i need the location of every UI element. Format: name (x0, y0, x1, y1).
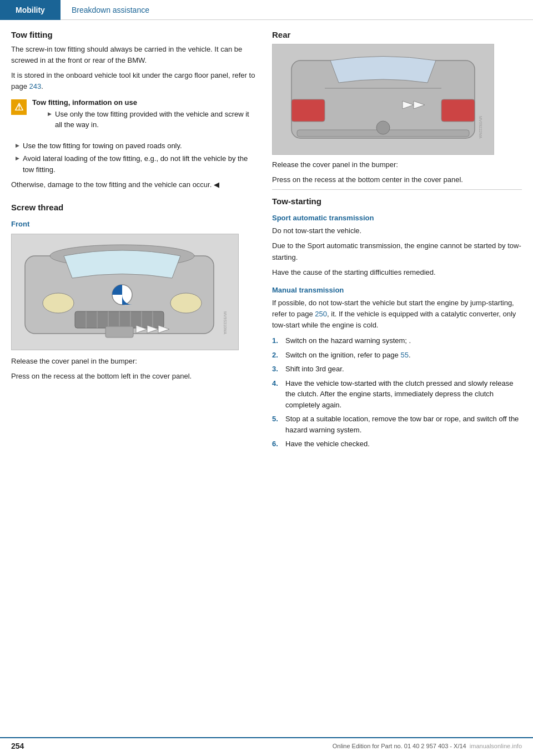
rear-title: Rear (272, 30, 522, 39)
divider-1 (272, 189, 522, 190)
warning-title: Tow fitting, information on use (32, 98, 255, 107)
svg-rect-13 (105, 326, 133, 337)
sport-auto-subtitle: Sport automatic transmission (272, 214, 522, 222)
front-caption-2: Press on the recess at the bottom left i… (11, 371, 255, 382)
warning-box: ⚠ Tow fitting, information on use Use on… (11, 98, 255, 135)
breakdown-label: Breakdown assistance (72, 6, 149, 14)
step-3: 3. Shift into 3rd gear. (272, 364, 522, 375)
screw-thread-title: Screw thread (11, 203, 255, 212)
warning-bullet-1: Use only the tow fitting provided with t… (32, 109, 255, 130)
footer-info: Online Edition for Part no. 01 40 2 957 … (333, 743, 522, 749)
page-footer: 254 Online Edition for Part no. 01 40 2 … (0, 737, 533, 750)
manual-p1: If possible, do not tow-start the vehicl… (272, 298, 522, 331)
rear-caption-1: Release the cover panel in the bumper: (272, 159, 522, 170)
rear-car-image: MV09222MA (272, 44, 494, 155)
manual-steps-list: 1. Switch on the hazard warning system; … (272, 335, 522, 450)
link-55[interactable]: 55 (400, 351, 408, 359)
warning-icon: ⚠ (11, 99, 27, 115)
main-content: Tow fitting The screw-in tow fitting sho… (0, 20, 533, 476)
warning-bullet-list: Use only the tow fitting provided with t… (32, 109, 255, 130)
bullet-item-2: Avoid lateral loading of the tow fitting… (11, 153, 255, 175)
step-2: 2. Switch on the ignition, refer to page… (272, 350, 522, 361)
svg-point-23 (376, 121, 390, 134)
sport-p2: Due to the Sport automatic transmission,… (272, 240, 522, 263)
tow-fitting-p1: The screw-in tow fitting should always b… (11, 44, 255, 66)
step-4: 4. Have the vehicle tow-started with the… (272, 378, 522, 411)
bullet-item-1: Use the tow fitting for towing on paved … (11, 140, 255, 152)
front-car-svg: MV9S310MA (19, 239, 230, 345)
svg-rect-21 (441, 99, 475, 122)
svg-text:MV9S310MA: MV9S310MA (223, 311, 227, 335)
rear-car-svg: MV09222MA (280, 49, 486, 149)
tow-fitting-title: Tow fitting (11, 30, 255, 39)
manual-transmission-subtitle: Manual transmission (272, 286, 522, 294)
tow-starting-title: Tow-starting (272, 196, 522, 206)
sport-p3: Have the cause of the starting difficult… (272, 267, 522, 278)
svg-point-11 (170, 293, 202, 313)
right-column: Rear MV09222MA (272, 30, 522, 454)
step-1: 1. Switch on the hazard warning system; … (272, 335, 522, 346)
front-subtitle: Front (11, 220, 255, 228)
front-car-image: MV9S310MA (11, 234, 239, 350)
left-column: Tow fitting The screw-in tow fitting sho… (11, 30, 255, 454)
tab-breakdown[interactable]: Breakdown assistance (61, 0, 533, 20)
main-bullet-list: Use the tow fitting for towing on paved … (11, 140, 255, 175)
page-number: 254 (11, 742, 24, 750)
end-text: Otherwise, damage to the tow fitting and… (11, 179, 255, 190)
tab-mobility[interactable]: Mobility (0, 0, 61, 20)
mobility-label: Mobility (16, 6, 45, 14)
step-6: 6. Have the vehicle checked. (272, 439, 522, 450)
end-mark: ◀ (214, 180, 219, 189)
link-250[interactable]: 250 (315, 310, 327, 318)
svg-text:MV09222MA: MV09222MA (479, 116, 482, 139)
tow-fitting-p2: It is stored in the onboard vehicle tool… (11, 70, 255, 92)
rear-caption-2: Press on the recess at the bottom center… (272, 174, 522, 185)
svg-point-10 (43, 293, 74, 313)
warning-content: Tow fitting, information on use Use only… (32, 98, 255, 135)
step-5: 5. Stop at a suitable location, remove t… (272, 414, 522, 435)
page-header: Mobility Breakdown assistance (0, 0, 533, 20)
front-caption-1: Release the cover panel in the bumper: (11, 356, 255, 367)
sport-p1: Do not tow-start the vehicle. (272, 225, 522, 236)
link-243[interactable]: 243 (29, 82, 42, 90)
svg-rect-20 (291, 99, 325, 122)
